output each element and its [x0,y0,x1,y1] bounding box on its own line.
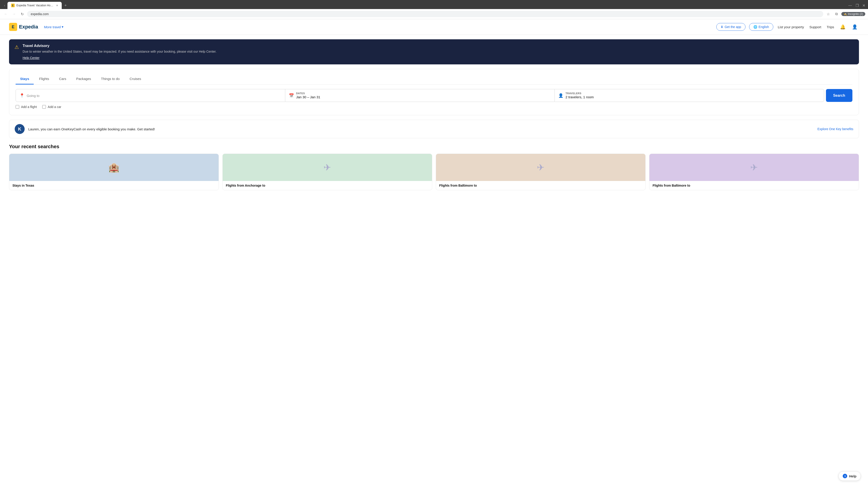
bookmark-icon[interactable]: ☆ [825,11,831,17]
search-card-image-2: ✈ [436,154,645,181]
tab-cruises[interactable]: Cruises [125,74,146,85]
tab-things-to-do[interactable]: Things to do [96,74,124,85]
search-card-image-0: 🏨 [9,154,219,181]
tab-close-button[interactable]: × [56,4,58,7]
browser-chrome: ‹ E Expedia Travel: Vacation Home... × +… [0,0,868,9]
more-travel-button[interactable]: More travel ▾ [41,24,66,30]
search-card-title-1: Flights from Anchorage to [226,184,429,187]
search-card-body-0: Stays in Texas [9,181,219,190]
browser-toolbar: ← → ↻ expedia.com ☆ ⧉ 🕵 Incognito (2) [0,9,868,19]
onekey-message: Lauren, you can earn OneKeyCash on every… [28,127,814,131]
add-flight-checkbox-label[interactable]: Add a flight [16,105,37,109]
new-tab-button[interactable]: + [63,2,69,9]
dates-content: Dates Jan 30 – Jan 31 [296,92,320,99]
forward-button[interactable]: → [11,11,17,17]
language-button[interactable]: 🌐 English [749,23,773,31]
help-button[interactable]: 1 Help [838,471,861,481]
search-cards-grid: 🏨 Stays in Texas ✈ Flights from Anchorag… [9,154,859,190]
list-property-button[interactable]: List your property [777,24,805,30]
dates-field[interactable]: 📅 Dates Jan 30 – Jan 31 [285,89,555,102]
tab-packages[interactable]: Packages [72,74,96,85]
search-card-1[interactable]: ✈ Flights from Anchorage to [222,154,432,190]
search-button[interactable]: Search [826,89,852,102]
get-app-button[interactable]: ⬇ Get the app [716,23,745,31]
add-car-checkbox-label[interactable]: Add a car [42,105,61,109]
advisory-content: Travel Advisory Due to winter weather in… [23,44,217,60]
account-button[interactable]: 👤 [850,23,859,31]
search-extras: Add a flight Add a car [16,105,852,109]
window-restore-button[interactable]: ❐ [856,3,859,8]
search-card-body-1: Flights from Anchorage to [223,181,432,190]
advisory-text: Due to winter weather in the United Stat… [23,49,217,54]
search-card-body-2: Flights from Baltimore to [436,181,645,190]
search-card-image-1: ✈ [223,154,432,181]
tab-cars[interactable]: Cars [55,74,71,85]
dates-value: Jan 30 – Jan 31 [296,95,320,99]
support-button[interactable]: Support [809,24,822,30]
help-label: Help [849,474,857,478]
search-tabs: Stays Flights Cars Packages Things to do… [16,74,852,85]
tab-group: ‹ E Expedia Travel: Vacation Home... × + [3,2,68,9]
travelers-field[interactable]: 👤 Travelers 2 travelers, 1 room [555,89,824,102]
more-travel-label: More travel [44,25,61,29]
destination-content: Going to [27,93,39,98]
trips-button[interactable]: Trips [826,24,835,30]
add-flight-label: Add a flight [21,105,37,109]
reload-button[interactable]: ↻ [19,11,25,17]
destination-field[interactable]: 📍 Going to [16,89,285,102]
onekey-banner: K Lauren, you can earn OneKeyCash on eve… [9,120,859,138]
onekey-avatar: K [15,124,25,134]
calendar-icon: 📅 [289,93,294,98]
window-minimize-button[interactable]: — [848,3,852,7]
recent-searches-title: Your recent searches [9,144,859,150]
logo-area: E Expedia More travel ▾ [9,23,66,31]
incognito-badge[interactable]: 🕵 Incognito (2) [841,12,865,16]
tab-title: Expedia Travel: Vacation Home... [17,4,55,7]
logo-text: Expedia [19,24,38,30]
url-text: expedia.com [31,12,49,16]
destination-placeholder: Going to [27,94,39,98]
search-card-3[interactable]: ✈ Flights from Baltimore to [649,154,859,190]
travelers-value: 2 travelers, 1 room [565,95,594,99]
back-button[interactable]: ← [3,11,9,17]
add-flight-checkbox[interactable] [16,105,19,109]
help-badge: 1 [843,474,847,478]
add-car-checkbox[interactable] [42,105,46,109]
globe-icon: 🌐 [753,25,757,29]
travelers-label: Travelers [565,92,594,95]
active-tab[interactable]: E Expedia Travel: Vacation Home... × [7,2,62,9]
search-card-title-0: Stays in Texas [12,184,215,187]
search-card-image-3: ✈ [649,154,859,181]
dates-label: Dates [296,92,320,95]
search-card-title-3: Flights from Baltimore to [653,184,856,187]
tab-flights[interactable]: Flights [35,74,54,85]
window-close-button[interactable]: ✕ [862,3,865,8]
travel-advisory-banner: ⚠ Travel Advisory Due to winter weather … [9,39,859,64]
travelers-content: Travelers 2 travelers, 1 room [565,92,594,99]
travelers-icon: 👤 [558,93,563,98]
search-widget: Stays Flights Cars Packages Things to do… [9,69,859,115]
site-header: E Expedia More travel ▾ ⬇ Get the app 🌐 … [0,19,868,35]
header-actions: ⬇ Get the app 🌐 English List your proper… [716,23,859,31]
explore-onekey-link[interactable]: Explore One Key benefits [817,127,853,131]
help-center-link[interactable]: Help Center [23,56,39,60]
location-icon: 📍 [20,93,24,98]
recent-searches-section: Your recent searches 🏨 Stays in Texas ✈ … [9,144,859,190]
notifications-button[interactable]: 🔔 [839,23,847,31]
search-fields: 📍 Going to 📅 Dates Jan 30 – Jan 31 👤 Tra… [16,89,852,102]
warning-icon: ⚠ [14,44,19,50]
tab-scroll-arrow[interactable]: ‹ [3,3,6,8]
page-content: E Expedia More travel ▾ ⬇ Get the app 🌐 … [0,19,868,488]
tab-favicon: E [11,4,15,7]
search-card-0[interactable]: 🏨 Stays in Texas [9,154,219,190]
advisory-title: Travel Advisory [23,44,217,48]
search-card-title-2: Flights from Baltimore to [439,184,642,187]
logo-icon: E [9,23,17,31]
search-card-body-3: Flights from Baltimore to [649,181,859,190]
tab-stays[interactable]: Stays [16,74,34,85]
expedia-logo[interactable]: E Expedia [9,23,38,31]
address-bar[interactable]: expedia.com [27,11,823,17]
search-card-2[interactable]: ✈ Flights from Baltimore to [436,154,646,190]
language-label: English [758,25,769,29]
split-view-icon[interactable]: ⧉ [833,11,839,17]
